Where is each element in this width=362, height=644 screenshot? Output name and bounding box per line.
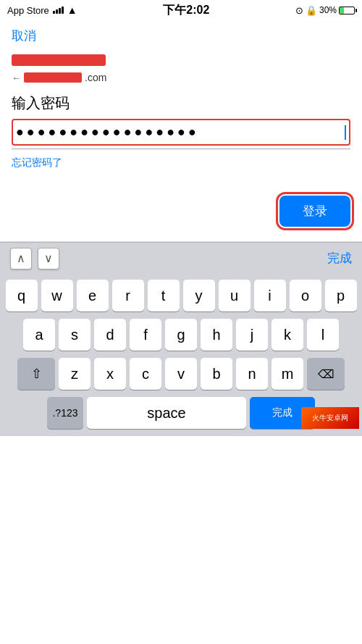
- alarm-icon: ⊙: [295, 5, 303, 16]
- email-row: ← .com: [12, 72, 350, 83]
- cancel-button[interactable]: 取消: [0, 20, 48, 47]
- key-k[interactable]: k: [272, 319, 303, 351]
- time-display: 下午2:02: [163, 3, 209, 18]
- key-r[interactable]: r: [112, 280, 144, 311]
- delete-key[interactable]: ⌫: [307, 358, 345, 390]
- app-content: 取消 ← .com 输入密码 ●●●●●●●●●●●●●●●●● 忘记密码了 登…: [0, 20, 362, 242]
- key-e[interactable]: e: [77, 280, 109, 311]
- done-button[interactable]: 完成: [327, 250, 352, 267]
- key-d[interactable]: d: [94, 319, 126, 351]
- key-w[interactable]: w: [41, 280, 73, 311]
- keyboard-row-1: q w e r t y u i o p: [3, 280, 359, 311]
- space-key[interactable]: space: [87, 397, 246, 429]
- lock-icon: 🔒: [306, 5, 317, 16]
- password-section: 输入密码 ●●●●●●●●●●●●●●●●● 忘记密码了: [0, 93, 362, 181]
- key-v[interactable]: v: [165, 358, 197, 390]
- password-dots: ●●●●●●●●●●●●●●●●●: [16, 125, 345, 140]
- battery-percent: 30%: [319, 5, 337, 15]
- status-bar: App Store ▲ 下午2:02 ⊙ 🔒 30%: [0, 0, 362, 20]
- email-suffix: .com: [85, 72, 106, 83]
- status-right: ⊙ 🔒 30%: [295, 5, 355, 16]
- arrow-up-button[interactable]: ∧: [10, 248, 32, 269]
- key-h[interactable]: h: [201, 319, 232, 351]
- back-arrow-icon: ←: [12, 72, 21, 83]
- keyboard: q w e r t y u i o p a s d f g h j k l ⇧ …: [0, 274, 362, 436]
- key-i[interactable]: i: [254, 280, 286, 311]
- login-button-area: 登录: [0, 181, 362, 241]
- email-redacted: [24, 72, 82, 83]
- watermark: 火牛安卓网: [301, 407, 359, 429]
- key-g[interactable]: g: [165, 319, 197, 351]
- password-input-wrapper[interactable]: ●●●●●●●●●●●●●●●●●: [12, 119, 350, 146]
- key-c[interactable]: c: [130, 358, 161, 390]
- shift-key[interactable]: ⇧: [17, 358, 55, 390]
- keyboard-toolbar: ∧ ∨ 完成: [0, 242, 362, 274]
- keyboard-row-2: a s d f g h j k l: [3, 319, 359, 351]
- key-z[interactable]: z: [59, 358, 90, 390]
- key-b[interactable]: b: [201, 358, 232, 390]
- key-s[interactable]: s: [59, 319, 90, 351]
- battery-icon: [339, 7, 355, 14]
- key-t[interactable]: t: [148, 280, 180, 311]
- status-left: App Store ▲: [7, 4, 77, 16]
- username-redacted: [12, 54, 106, 66]
- num-key[interactable]: .?123: [47, 397, 83, 429]
- key-o[interactable]: o: [290, 280, 321, 311]
- key-j[interactable]: j: [236, 319, 268, 351]
- login-button[interactable]: 登录: [279, 196, 350, 227]
- key-a[interactable]: a: [23, 319, 55, 351]
- password-underline: [12, 149, 350, 149]
- arrow-down-button[interactable]: ∨: [38, 248, 59, 269]
- password-cursor: [345, 125, 346, 140]
- keyboard-row-4: .?123 space 完成 火牛安卓网: [3, 397, 359, 429]
- app-store-label: App Store: [7, 5, 49, 16]
- toolbar-arrows: ∧ ∨: [10, 248, 59, 269]
- key-m[interactable]: m: [272, 358, 303, 390]
- wifi-icon: ▲: [67, 4, 77, 16]
- key-q[interactable]: q: [6, 280, 38, 311]
- key-l[interactable]: l: [307, 319, 339, 351]
- key-y[interactable]: y: [183, 280, 215, 311]
- key-f[interactable]: f: [130, 319, 161, 351]
- forgot-password-link[interactable]: 忘记密码了: [12, 156, 350, 170]
- key-x[interactable]: x: [94, 358, 126, 390]
- password-label: 输入密码: [12, 93, 350, 113]
- signal-icon: [53, 7, 64, 14]
- user-info-section: ← .com: [0, 47, 362, 93]
- key-n[interactable]: n: [236, 358, 268, 390]
- key-p[interactable]: p: [325, 280, 357, 311]
- keyboard-row-3: ⇧ z x c v b n m ⌫: [3, 358, 359, 390]
- key-u[interactable]: u: [219, 280, 251, 311]
